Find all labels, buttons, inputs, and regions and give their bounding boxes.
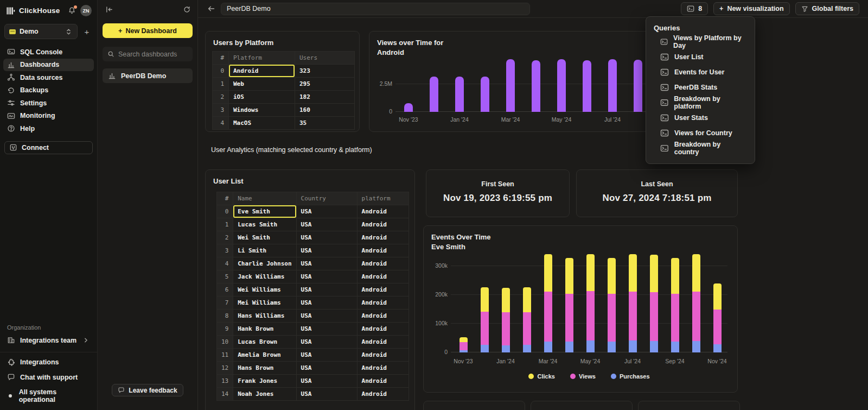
table-row[interactable]: 13Frank JonesUSAAndroid (217, 375, 409, 388)
x-axis-label: May '24 (573, 358, 608, 364)
refresh-icon[interactable] (183, 5, 191, 14)
table-row[interactable]: 4Charlie JohnsonUSAAndroid (217, 257, 409, 270)
query-menu-item[interactable]: Views for Country (653, 125, 748, 141)
queries-count-button[interactable]: 8 (681, 2, 708, 15)
sidebar-item-data-sources[interactable]: Data sources (3, 71, 94, 84)
table-row[interactable]: 5Jack WilliamsUSAAndroid (217, 270, 409, 283)
notifications-bell-icon[interactable] (68, 7, 76, 15)
new-dashboard-button[interactable]: + New Dashboard (103, 23, 193, 38)
table-row[interactable]: 2iOS182 (213, 91, 355, 104)
dashboard-list-item[interactable]: PeerDB Demo (103, 68, 193, 83)
query-menu-item[interactable]: PeerDB Stats (653, 80, 748, 95)
search-icon (107, 50, 114, 58)
stacked-bar-Jan '24[interactable] (502, 288, 510, 352)
legend-item-views[interactable]: Views (570, 373, 596, 380)
stacked-bar-Mar '24[interactable] (544, 254, 552, 352)
table-row[interactable]: 7Mei WilliamsUSAAndroid (217, 297, 409, 310)
table-row[interactable]: 8Hans WilliamsUSAAndroid (217, 310, 409, 323)
stacked-bar-Jun '24[interactable] (608, 258, 616, 352)
stacked-bar-Oct '24[interactable] (692, 254, 700, 352)
table-row[interactable]: 4MacOS35 (213, 117, 355, 130)
bar-Jul '24[interactable] (608, 59, 617, 112)
collapse-panel-icon[interactable] (105, 5, 113, 14)
stacked-bar-Apr '24[interactable] (565, 258, 573, 352)
user-avatar[interactable]: ZN (80, 5, 92, 16)
select-chevrons-icon (65, 28, 73, 36)
query-menu-item[interactable]: User Stats (653, 110, 748, 125)
table-row[interactable]: 3Li SmithUSAAndroid (217, 244, 409, 257)
bar-Aug '24[interactable] (634, 60, 642, 112)
sidebar-item-sql-console[interactable]: SQL Console (3, 46, 94, 59)
segment-views (565, 294, 573, 341)
dashboards-icon (7, 61, 15, 69)
legend-item-purchases[interactable]: Purchases (611, 373, 650, 380)
table-row[interactable]: 14Noah JonesUSAAndroid (217, 388, 409, 401)
stacked-bar-Sep '24[interactable] (671, 258, 679, 352)
sidebar-item-integrations[interactable]: Integrations (7, 358, 90, 366)
table-row[interactable]: 12Hans BrownUSAAndroid (217, 362, 409, 375)
dashboard-search-input[interactable] (118, 51, 188, 58)
bar-Mar '24[interactable] (506, 59, 515, 112)
back-button[interactable] (206, 3, 216, 14)
legend-item-clicks[interactable]: Clicks (528, 373, 554, 380)
stacked-bar-Feb '24[interactable] (523, 287, 531, 352)
table-cell: 1 (217, 218, 233, 231)
table-row[interactable]: 10Lucas BrownUSAAndroid (217, 336, 409, 349)
bar-May '24[interactable] (557, 59, 566, 112)
sidebar-item-system-status[interactable]: All systems operational (7, 388, 90, 403)
column-header[interactable]: platform (357, 192, 409, 205)
service-selector[interactable]: Demo (4, 24, 78, 39)
sidebar-item-monitoring[interactable]: Monitoring (3, 110, 94, 123)
table-cell: 35 (295, 117, 355, 130)
column-header[interactable]: # (217, 192, 233, 205)
query-menu-item[interactable]: Views by Platform by Day (653, 34, 748, 49)
bar-Jan '24[interactable] (455, 77, 464, 112)
new-visualization-button[interactable]: + New visualization (713, 2, 790, 15)
column-header[interactable]: Country (296, 192, 357, 205)
add-service-button[interactable]: + (81, 26, 93, 37)
connect-button[interactable]: Connect (4, 141, 93, 154)
stacked-bar-Dec '23[interactable] (481, 287, 489, 352)
stacked-bar-Nov '23[interactable] (459, 337, 468, 352)
column-header[interactable]: Platform (229, 52, 295, 65)
table-row[interactable]: 9Hank BrownUSAAndroid (217, 323, 409, 336)
column-header[interactable]: Users (295, 52, 355, 65)
table-row[interactable]: 6Wei WilliamsUSAAndroid (217, 283, 409, 297)
column-header[interactable]: # (213, 52, 229, 65)
table-row[interactable]: 3Windows160 (213, 104, 355, 117)
stacked-bar-Nov '24[interactable] (713, 283, 722, 352)
table-cell: 8 (217, 310, 233, 323)
table-row[interactable]: 0Eve SmithUSAAndroid (217, 205, 409, 218)
query-menu-item[interactable]: Breakdown by platform (653, 95, 748, 110)
table-cell: Noah Jones (233, 388, 296, 401)
query-menu-item[interactable]: Events for User (653, 65, 748, 80)
table-row[interactable]: 1Lucas SmithUSAAndroid (217, 218, 409, 231)
bar-Dec '23[interactable] (430, 77, 438, 112)
bar-Feb '24[interactable] (481, 77, 489, 112)
bar-Jun '24[interactable] (583, 60, 591, 112)
stacked-bar-May '24[interactable] (586, 254, 595, 352)
sidebar-item-backups[interactable]: Backups (3, 84, 94, 97)
column-header[interactable]: Name (233, 192, 296, 205)
sidebar-item-help[interactable]: Help (3, 122, 94, 135)
sidebar-item-dashboards[interactable]: Dashboards (3, 59, 94, 72)
sidebar-item-integrations-team[interactable]: Integrations team (0, 334, 97, 352)
table-cell: 323 (295, 65, 355, 78)
stacked-bar-Jul '24[interactable] (629, 254, 637, 352)
stacked-bar-Aug '24[interactable] (650, 255, 658, 352)
sidebar-item-chat-support[interactable]: Chat with support (7, 373, 90, 381)
leave-feedback-button[interactable]: Leave feedback (112, 384, 183, 396)
table-row[interactable]: 2Wei SmithUSAAndroid (217, 231, 409, 244)
table-row[interactable]: 1Web295 (213, 78, 355, 91)
bar-Apr '24[interactable] (532, 60, 540, 112)
query-menu-item[interactable]: Breakdown by country (653, 141, 748, 156)
table-cell: Amelia Brown (233, 349, 296, 362)
sidebar-item-settings[interactable]: Settings (3, 97, 94, 110)
x-axis-label: Mar '24 (531, 358, 565, 364)
global-filters-button[interactable]: Global filters (795, 2, 859, 15)
query-menu-item[interactable]: User List (653, 49, 748, 65)
dashboard-title-input[interactable] (221, 3, 530, 15)
table-row[interactable]: 11Amelia BrownUSAAndroid (217, 349, 409, 362)
table-row[interactable]: 0Android323 (213, 65, 355, 78)
bar-Nov '23[interactable] (404, 103, 413, 112)
